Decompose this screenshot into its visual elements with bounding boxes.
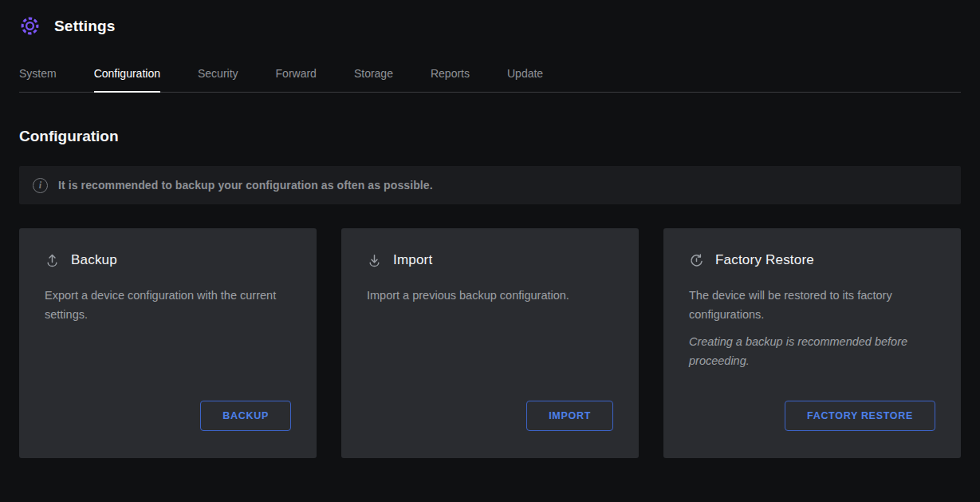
page-title: Configuration (19, 128, 961, 145)
import-card-title: Import (393, 252, 432, 268)
import-card-header: Import (367, 252, 613, 268)
import-button[interactable]: IMPORT (526, 401, 613, 431)
tab-system[interactable]: System (19, 59, 57, 93)
tab-update[interactable]: Update (507, 59, 543, 93)
factory-restore-card-title: Factory Restore (715, 252, 814, 268)
factory-restore-card-note: Creating a backup is recommended before … (689, 332, 935, 370)
info-banner: i It is recommended to backup your confi… (19, 166, 961, 204)
tab-configuration[interactable]: Configuration (94, 59, 160, 93)
tab-forward[interactable]: Forward (276, 59, 317, 93)
import-card: Import Import a previous backup configur… (341, 228, 639, 458)
backup-card: Backup Export a device configuration wit… (19, 228, 317, 458)
settings-gear-icon (19, 15, 41, 37)
info-icon: i (33, 178, 48, 193)
tab-bar: System Configuration Security Forward St… (19, 59, 961, 93)
settings-page: Settings System Configuration Security F… (0, 0, 980, 458)
factory-restore-button[interactable]: FACTORY RESTORE (785, 401, 935, 431)
backup-card-description: Export a device configuration with the c… (45, 286, 291, 324)
factory-restore-card-header: Factory Restore (689, 252, 935, 268)
info-banner-text: It is recommended to backup your configu… (58, 179, 433, 192)
export-icon (45, 253, 60, 268)
backup-card-title: Backup (71, 252, 117, 268)
page-header: Settings (19, 0, 961, 38)
import-icon (367, 253, 382, 268)
import-card-description: Import a previous backup configuration. (367, 286, 613, 305)
backup-button[interactable]: BACKUP (200, 401, 291, 431)
card-grid: Backup Export a device configuration wit… (19, 228, 961, 458)
tab-storage[interactable]: Storage (354, 59, 393, 93)
app-title: Settings (54, 18, 116, 35)
factory-restore-icon (689, 253, 704, 268)
tab-reports[interactable]: Reports (431, 59, 470, 93)
tab-security[interactable]: Security (198, 59, 238, 93)
backup-card-header: Backup (45, 252, 291, 268)
factory-restore-card-description: The device will be restored to its facto… (689, 286, 935, 324)
factory-restore-card: Factory Restore The device will be resto… (663, 228, 961, 458)
